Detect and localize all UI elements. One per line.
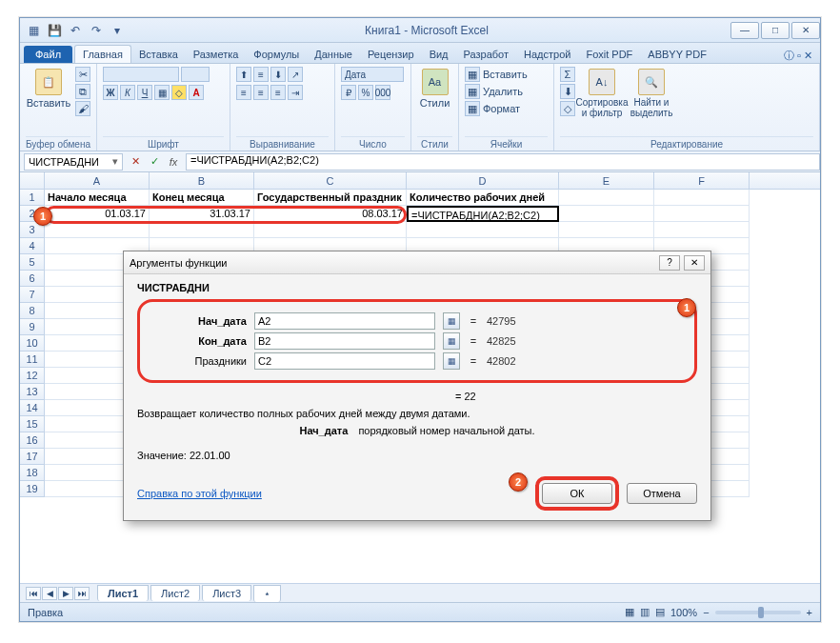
row-header-8[interactable]: 8 [20,303,45,319]
row-header-14[interactable]: 14 [20,400,45,416]
col-header-E[interactable]: E [559,172,654,189]
cell-F3[interactable] [654,222,750,238]
cell-E2[interactable] [559,206,654,222]
fill-button[interactable]: ⬇ [560,84,575,99]
font-color-button[interactable]: А [189,85,204,100]
cell-D2[interactable]: =ЧИСТРАБДНИ(A2;B2;C2) [407,206,559,222]
zoom-out-button[interactable]: − [703,607,709,618]
sheet-nav-last-icon[interactable]: ⏭ [74,587,90,600]
font-size-field[interactable] [181,67,210,82]
dialog-close-icon[interactable]: ✕ [684,255,705,271]
sheet-tab-new[interactable]: ⋆ [253,585,281,602]
tab-layout[interactable]: Разметка [186,46,247,63]
zoom-in-button[interactable]: + [807,607,812,618]
cell-D1[interactable]: Количество рабочих дней [407,190,559,206]
fill-color-button[interactable]: ◇ [171,85,187,100]
cell-C1[interactable]: Государственный праздник [254,190,407,206]
cell-A1[interactable]: Начало месяца [45,190,150,206]
font-name-field[interactable] [103,67,179,82]
underline-button[interactable]: Ч [137,85,152,100]
autosum-button[interactable]: Σ [560,67,575,82]
view-break-icon[interactable]: ▤ [655,606,665,618]
col-header-C[interactable]: C [254,172,407,189]
format-cells-button[interactable]: ▦ Формат [465,101,528,116]
redo-icon[interactable]: ↷ [89,23,104,38]
currency-button[interactable]: ₽ [341,85,356,100]
sheet-tab-0[interactable]: Лист1 [97,585,149,601]
row-header-9[interactable]: 9 [20,319,45,335]
dialog-titlebar[interactable]: Аргументы функции ? ✕ [124,251,710,274]
save-icon[interactable]: 💾 [47,23,62,38]
row-header-19[interactable]: 19 [20,481,45,497]
bold-button[interactable]: Ж [103,85,118,100]
sheet-nav-first-icon[interactable]: ⏮ [26,587,41,600]
range-picker-icon[interactable]: ▦ [443,312,460,330]
view-normal-icon[interactable]: ▦ [625,606,634,618]
col-header-F[interactable]: F [654,172,750,189]
arg-input-1[interactable] [254,332,435,350]
align-middle-button[interactable]: ≡ [253,67,269,82]
help-icon[interactable]: ⓘ ▫ ✕ [784,49,812,63]
arg-input-0[interactable] [254,312,435,330]
row-header-4[interactable]: 4 [20,238,45,254]
undo-icon[interactable]: ↶ [68,23,83,38]
cell-B1[interactable]: Конец месяца [150,190,254,206]
close-icon[interactable]: ✕ [791,22,820,39]
tab-developer[interactable]: Разработ [456,46,516,63]
row-header-12[interactable]: 12 [20,368,45,384]
minimize-icon[interactable]: — [730,22,759,39]
tab-review[interactable]: Рецензир [360,46,422,63]
tab-data[interactable]: Данные [307,46,360,63]
cell-F2[interactable] [654,206,750,222]
indent-button[interactable]: ⇥ [288,85,303,100]
cell-A2[interactable]: 01.03.17 [45,206,150,222]
border-button[interactable]: ▦ [154,85,170,100]
format-painter-button[interactable]: 🖌 [75,101,90,116]
cell-B3[interactable] [150,222,254,238]
name-box[interactable]: ЧИСТРАБДНИ ▾ [24,153,123,171]
cut-button[interactable]: ✂ [75,67,90,82]
row-header-1[interactable]: 1 [20,190,45,206]
chevron-down-icon[interactable]: ▾ [112,155,118,168]
file-tab[interactable]: Файл [24,46,72,63]
cell-A3[interactable] [45,222,150,238]
function-help-link[interactable]: Справка по этой функции [137,488,262,499]
cell-E3[interactable] [559,222,654,238]
cell-C3[interactable] [254,222,407,238]
insert-cells-button[interactable]: ▦ Вставить [465,67,528,82]
copy-button[interactable]: ⧉ [75,84,90,99]
paste-button[interactable]: 📋 Вставить [26,67,71,111]
range-picker-icon[interactable]: ▦ [443,352,460,370]
row-header-17[interactable]: 17 [20,449,45,465]
clear-button[interactable]: ◇ [560,101,575,116]
align-top-button[interactable]: ⬆ [236,67,251,82]
sheet-nav-next-icon[interactable]: ▶ [58,587,73,600]
cell-C2[interactable]: 08.03.17 [254,206,407,222]
find-select-button[interactable]: 🔍 Найти и выделить [629,67,674,120]
percent-button[interactable]: % [358,85,373,100]
styles-button[interactable]: Aa Стили [417,67,452,111]
cell-E1[interactable] [559,190,654,206]
sheet-tab-1[interactable]: Лист2 [150,585,200,601]
row-header-6[interactable]: 6 [20,271,45,287]
col-header-B[interactable]: B [150,172,254,189]
align-right-button[interactable]: ≡ [270,85,286,100]
tab-view[interactable]: Вид [422,46,456,63]
range-picker-icon[interactable]: ▦ [443,332,460,350]
row-header-5[interactable]: 5 [20,254,45,271]
row-header-11[interactable]: 11 [20,352,45,368]
enter-formula-button[interactable]: ✓ [146,153,163,171]
row-header-13[interactable]: 13 [20,384,45,400]
view-layout-icon[interactable]: ▥ [640,606,650,618]
zoom-value[interactable]: 100% [670,607,697,618]
zoom-slider[interactable] [715,611,801,614]
dialog-help-icon[interactable]: ? [659,255,680,271]
row-header-18[interactable]: 18 [20,465,45,481]
qat-dropdown-icon[interactable]: ▾ [110,23,125,38]
align-left-button[interactable]: ≡ [236,85,251,100]
tab-abbyy[interactable]: ABBYY PDF [640,46,714,63]
tab-addins[interactable]: Надстрой [516,46,578,63]
row-header-10[interactable]: 10 [20,335,45,352]
fx-button[interactable]: fx [165,153,182,171]
delete-cells-button[interactable]: ▦ Удалить [465,84,528,99]
